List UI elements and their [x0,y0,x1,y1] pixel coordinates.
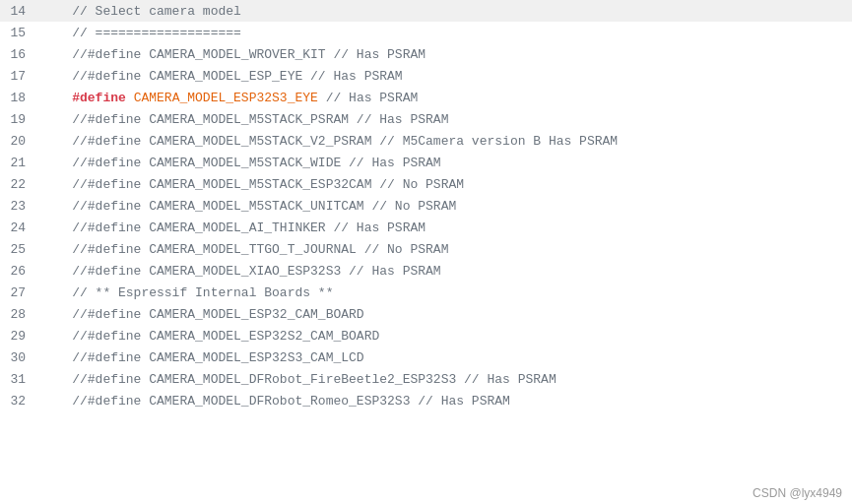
table-row: 31 //#define CAMERA_MODEL_DFRobot_FireBe… [0,368,852,390]
line-content: //#define CAMERA_MODEL_ESP32S3_CAM_LCD [37,350,364,365]
line-content: //#define CAMERA_MODEL_ESP_EYE // Has PS… [37,69,403,84]
line-number: 29 [0,329,37,344]
table-row: 19 //#define CAMERA_MODEL_M5STACK_PSRAM … [0,108,852,130]
line-number: 27 [0,285,37,300]
table-row: 14 // Select camera model [0,0,852,22]
line-content: //#define CAMERA_MODEL_M5STACK_UNITCAM /… [37,199,456,214]
line-number: 26 [0,264,37,279]
line-content: //#define CAMERA_MODEL_DFRobot_FireBeetl… [37,372,557,387]
line-content: // ** Espressif Internal Boards ** [37,285,333,300]
table-row: 24 //#define CAMERA_MODEL_AI_THINKER // … [0,217,852,238]
table-row: 15 // =================== [0,22,852,43]
line-content: // =================== [37,26,241,40]
line-number: 28 [0,307,37,322]
line-number: 23 [0,199,37,214]
line-number: 17 [0,69,37,84]
line-content: //#define CAMERA_MODEL_ESP32_CAM_BOARD [37,307,364,322]
line-content: //#define CAMERA_MODEL_M5STACK_V2_PSRAM … [37,134,618,149]
table-row: 29 //#define CAMERA_MODEL_ESP32S2_CAM_BO… [0,325,852,346]
table-row: 23 //#define CAMERA_MODEL_M5STACK_UNITCA… [0,195,852,217]
table-row: 25 //#define CAMERA_MODEL_TTGO_T_JOURNAL… [0,238,852,260]
line-content: //#define CAMERA_MODEL_M5STACK_PSRAM // … [37,112,448,127]
line-content: //#define CAMERA_MODEL_AI_THINKER // Has… [37,220,426,235]
table-row: 21 //#define CAMERA_MODEL_M5STACK_WIDE /… [0,152,852,173]
line-content: //#define CAMERA_MODEL_DFRobot_Romeo_ESP… [37,394,510,409]
line-number: 31 [0,372,37,387]
table-row: 32 //#define CAMERA_MODEL_DFRobot_Romeo_… [0,390,852,411]
code-editor: 14 // Select camera model15 // =========… [0,0,852,504]
table-row: 20 //#define CAMERA_MODEL_M5STACK_V2_PSR… [0,130,852,152]
line-content: //#define CAMERA_MODEL_M5STACK_WIDE // H… [37,156,441,170]
table-row: 17 //#define CAMERA_MODEL_ESP_EYE // Has… [0,65,852,87]
line-number: 21 [0,156,37,170]
table-row: 18 #define CAMERA_MODEL_ESP32S3_EYE // H… [0,87,852,108]
line-content: #define CAMERA_MODEL_ESP32S3_EYE // Has … [37,91,418,105]
watermark: CSDN @lyx4949 [753,486,842,500]
line-content: //#define CAMERA_MODEL_M5STACK_ESP32CAM … [37,177,464,192]
line-content: // Select camera model [37,4,241,19]
line-number: 15 [0,26,37,40]
line-number: 16 [0,47,37,62]
table-row: 30 //#define CAMERA_MODEL_ESP32S3_CAM_LC… [0,346,852,368]
line-number: 25 [0,242,37,257]
line-content: //#define CAMERA_MODEL_XIAO_ESP32S3 // H… [37,264,441,279]
line-content: //#define CAMERA_MODEL_ESP32S2_CAM_BOARD [37,329,379,344]
line-number: 20 [0,134,37,149]
line-number: 24 [0,220,37,235]
line-number: 18 [0,91,37,105]
table-row: 27 // ** Espressif Internal Boards ** [0,282,852,303]
line-number: 30 [0,350,37,365]
table-row: 28 //#define CAMERA_MODEL_ESP32_CAM_BOAR… [0,303,852,325]
line-number: 22 [0,177,37,192]
line-number: 19 [0,112,37,127]
line-content: //#define CAMERA_MODEL_WROVER_KIT // Has… [37,47,426,62]
table-row: 22 //#define CAMERA_MODEL_M5STACK_ESP32C… [0,173,852,195]
table-row: 16 //#define CAMERA_MODEL_WROVER_KIT // … [0,43,852,65]
line-content: //#define CAMERA_MODEL_TTGO_T_JOURNAL //… [37,242,448,257]
line-number: 32 [0,394,37,409]
table-row: 26 //#define CAMERA_MODEL_XIAO_ESP32S3 /… [0,260,852,282]
line-number: 14 [0,4,37,19]
